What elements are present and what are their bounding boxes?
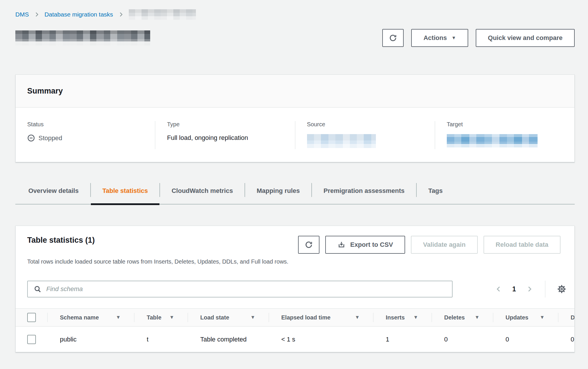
sort-icon: ▼	[540, 315, 545, 320]
column-header-schema-name[interactable]: Schema name▼	[47, 308, 134, 326]
column-header-inserts[interactable]: Inserts▼	[373, 308, 431, 326]
sort-icon: ▼	[116, 315, 121, 320]
task-detail-tabs: Overview details Table statistics CloudW…	[15, 181, 575, 204]
column-header-deletes[interactable]: Deletes▼	[431, 308, 493, 326]
chevron-down-icon: ▼	[451, 36, 456, 40]
download-icon	[337, 241, 346, 249]
sort-icon: ▼	[413, 315, 418, 320]
validate-again-button[interactable]: Validate again	[411, 236, 478, 254]
status-value: Stopped	[38, 134, 62, 142]
breadcrumb-link-dms[interactable]: DMS	[15, 11, 29, 18]
chevron-right-icon	[34, 11, 40, 18]
target-value-redacted[interactable]	[447, 134, 538, 147]
summary-field-status: Status Stopped	[16, 121, 155, 149]
cell-load-state: Table completed	[188, 326, 269, 352]
status-label: Status	[27, 121, 143, 128]
row-checkbox[interactable]	[27, 335, 36, 344]
column-header-load-state[interactable]: Load state▼	[188, 308, 269, 326]
target-label: Target	[447, 121, 563, 128]
settings-gear-icon[interactable]	[557, 284, 566, 294]
sort-icon: ▼	[169, 315, 174, 320]
cell-ddls: 0	[558, 326, 574, 352]
table-statistics-title: Table statistics (1)	[27, 236, 95, 245]
tab-premigration-assessments[interactable]: Premigration assessments	[312, 181, 416, 204]
column-header-updates[interactable]: Updates▼	[493, 308, 558, 326]
table-statistics-panel: Table statistics (1) Export to CSV Valid…	[15, 226, 575, 352]
stopped-status-icon	[27, 134, 35, 142]
column-header-elapsed-load-time[interactable]: Elapsed load time▼	[269, 308, 373, 326]
table-header-row: Schema name▼ Table▼ Load state▼ Elapsed …	[16, 308, 574, 326]
export-to-csv-button[interactable]: Export to CSV	[325, 236, 405, 254]
summary-title: Summary	[27, 87, 63, 96]
column-header-table[interactable]: Table▼	[134, 308, 188, 326]
summary-panel: Summary Status Stopped Type Full load, o…	[15, 74, 575, 162]
breadcrumb-task-name-redacted	[129, 9, 196, 20]
schema-search-box	[27, 281, 453, 297]
tab-cloudwatch-metrics[interactable]: CloudWatch metrics	[160, 181, 245, 204]
table-statistics-table: Schema name▼ Table▼ Load state▼ Elapsed …	[16, 308, 574, 352]
quick-view-and-compare-button[interactable]: Quick view and compare	[476, 29, 575, 47]
reload-table-data-label: Reload table data	[496, 241, 548, 249]
table-row: public t Table completed < 1 s 1 0 0 0	[16, 326, 574, 352]
sort-icon: ▼	[355, 315, 360, 320]
table-refresh-button[interactable]	[298, 236, 319, 254]
tab-table-statistics[interactable]: Table statistics	[91, 181, 159, 204]
pagination: 1	[495, 281, 566, 297]
type-value: Full load, ongoing replication	[167, 134, 283, 142]
summary-field-source: Source	[295, 121, 435, 149]
page-number[interactable]: 1	[512, 285, 516, 293]
actions-button-label: Actions	[423, 34, 447, 42]
tab-tags[interactable]: Tags	[417, 181, 454, 204]
type-label: Type	[167, 121, 283, 128]
tab-mapping-rules[interactable]: Mapping rules	[245, 181, 311, 204]
cell-inserts: 1	[373, 326, 431, 352]
previous-page-button[interactable]	[495, 285, 502, 293]
source-label: Source	[307, 121, 423, 128]
cell-updates: 0	[493, 326, 558, 352]
select-all-checkbox[interactable]	[27, 313, 36, 322]
refresh-button[interactable]	[382, 29, 404, 47]
tab-overview-details[interactable]: Overview details	[15, 181, 90, 204]
find-schema-input[interactable]	[46, 285, 446, 293]
reload-table-data-button[interactable]: Reload table data	[484, 236, 561, 254]
quick-view-label: Quick view and compare	[488, 34, 563, 42]
sort-icon: ▼	[475, 315, 479, 320]
search-icon	[34, 285, 42, 293]
next-page-button[interactable]	[526, 285, 533, 293]
refresh-icon	[389, 34, 397, 42]
validate-again-label: Validate again	[423, 241, 466, 249]
breadcrumb-link-tasks[interactable]: Database migration tasks	[45, 11, 113, 18]
actions-button[interactable]: Actions ▼	[411, 29, 468, 47]
export-to-csv-label: Export to CSV	[350, 241, 393, 249]
source-value-redacted[interactable]	[307, 134, 376, 148]
table-statistics-description: Total rows include loaded source table r…	[16, 254, 574, 265]
summary-field-target: Target	[435, 121, 574, 149]
pagination-divider	[545, 281, 545, 297]
refresh-icon	[304, 240, 313, 249]
sort-icon: ▼	[250, 315, 255, 320]
page-header: Actions ▼ Quick view and compare	[15, 29, 575, 47]
summary-field-type: Type Full load, ongoing replication	[155, 121, 295, 149]
page-title-redacted	[15, 30, 150, 45]
cell-elapsed-load-time: < 1 s	[269, 326, 373, 352]
chevron-right-icon	[118, 11, 124, 18]
table-statistics-table-wrap: Schema name▼ Table▼ Load state▼ Elapsed …	[16, 308, 574, 352]
column-header-ddls[interactable]: D	[558, 308, 574, 326]
cell-schema-name: public	[47, 326, 134, 352]
cell-deletes: 0	[431, 326, 493, 352]
cell-table: t	[134, 326, 188, 352]
breadcrumb: DMS Database migration tasks	[15, 9, 575, 20]
